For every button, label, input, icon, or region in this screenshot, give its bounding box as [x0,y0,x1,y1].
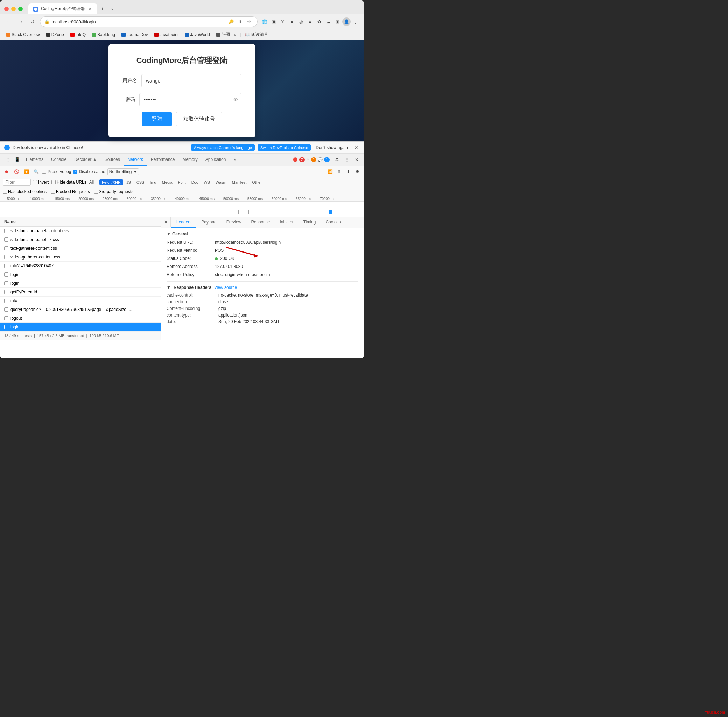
hide-data-urls-checkbox[interactable] [52,180,56,184]
back-button[interactable]: ← [4,17,13,26]
inspect-element-button[interactable]: ⬚ [3,155,12,165]
filter-input[interactable] [3,179,31,186]
file-checkbox-2[interactable] [4,246,8,250]
file-item-1[interactable]: side-function-panel-fix.css [0,235,161,244]
filter-type-media[interactable]: Media [160,179,175,185]
tab-application[interactable]: Application [202,154,229,166]
switch-chinese-button[interactable]: Switch DevTools to Chinese [258,145,311,151]
ext-heart-icon[interactable]: ♠ [306,17,314,26]
has-blocked-cookies-row[interactable]: Has blocked cookies [3,189,47,194]
share-icon[interactable]: ⬆ [236,18,244,26]
tab-sources[interactable]: Sources [101,154,124,166]
details-tab-initiator[interactable]: Initiator [275,217,298,228]
filter-type-css[interactable]: CSS [134,179,147,185]
tab-more[interactable]: » [230,154,239,166]
bookmarks-more[interactable]: » [234,32,237,37]
bookmark-dotu[interactable]: 斗图 [214,31,232,38]
devtools-more-button[interactable]: ⋮ [342,155,352,165]
bookmark-star-icon[interactable]: ☆ [245,18,253,26]
file-item-6[interactable]: login [0,279,161,288]
details-tab-headers[interactable]: Headers [171,217,196,228]
password-manager-icon[interactable]: 🔑 [227,18,235,26]
filter-type-img[interactable]: Img [147,179,159,185]
address-bar[interactable]: 🔒 localhost:8080/#/login 🔑 ⬆ ☆ [40,17,258,27]
file-checkbox-4[interactable] [4,264,8,268]
tab-network[interactable]: Network [124,154,147,166]
tab-performance[interactable]: Performance [147,154,179,166]
filter-network-button[interactable]: 🔽 [22,168,30,175]
details-close-button[interactable]: ✕ [161,217,171,227]
ext-avatar-icon[interactable]: 👤 [342,17,351,26]
username-input[interactable] [141,74,242,87]
file-item-2[interactable]: text-gatherer-content.css [0,244,161,253]
filter-type-ws[interactable]: WS [201,179,213,185]
bookmark-stackoverflow[interactable]: Stack Overflow [4,32,42,38]
details-tab-response[interactable]: Response [246,217,275,228]
file-checkbox-1[interactable] [4,238,8,242]
bookmark-javatpoint[interactable]: Javatpoint [152,32,181,38]
file-checkbox-3[interactable] [4,255,8,259]
bookmark-infoq[interactable]: InfoQ [68,32,88,38]
password-toggle-icon[interactable]: 👁 [233,97,238,102]
has-blocked-cookies-checkbox[interactable] [3,189,7,194]
invert-checkbox-row[interactable]: Invert [33,180,49,185]
new-tab-button[interactable]: + [97,4,107,14]
file-checkbox-5[interactable] [4,273,8,277]
file-checkbox-9[interactable] [4,307,8,312]
wifi-icon[interactable]: 📶 [326,168,334,175]
invert-checkbox[interactable] [33,180,37,184]
traffic-light-close[interactable] [4,7,9,11]
file-checkbox-8[interactable] [4,299,8,303]
bookmark-javaworld[interactable]: JavaWorld [183,32,212,38]
blocked-requests-row[interactable]: Blocked Requests [51,189,90,194]
login-button[interactable]: 登陆 [142,112,172,126]
blocked-requests-checkbox[interactable] [51,189,55,194]
filter-type-js[interactable]: JS [124,179,133,185]
tab-recorder[interactable]: Recorder ▲ [71,154,101,166]
traffic-light-minimize[interactable] [11,7,16,11]
bookmark-reading-list[interactable]: 📖阅读清单 [243,31,270,38]
tab-memory[interactable]: Memory [179,154,201,166]
third-party-checkbox[interactable] [94,189,98,194]
file-item-11-selected[interactable]: login [0,323,161,331]
ext-puzzle-icon[interactable]: ⊞ [333,17,342,26]
file-checkbox-6[interactable] [4,281,8,285]
ext-screenshot-icon[interactable]: ▣ [269,17,278,26]
ext-cloud-icon[interactable]: ☁ [324,17,332,26]
clear-network-button[interactable]: 🚫 [12,168,20,175]
details-tab-timing[interactable]: Timing [298,217,321,228]
file-item-5[interactable]: login [0,270,161,279]
ext-youdao-icon[interactable]: Y [278,17,287,26]
refresh-button[interactable]: ↺ [28,17,37,26]
view-source-link[interactable]: View source [214,285,237,290]
file-item-0[interactable]: side-function-panel-content.css [0,227,161,235]
disable-cache-checkbox[interactable]: ✓ [73,169,77,174]
filter-type-fetch-xhr[interactable]: Fetch/XHR [99,179,123,185]
file-checkbox-7[interactable] [4,290,8,294]
file-checkbox-0[interactable] [4,229,8,233]
throttling-select[interactable]: No throttling ▼ [107,168,139,175]
browser-menu-button[interactable]: ⋮ [352,17,360,26]
tab-close-button[interactable]: ✕ [87,7,92,12]
file-item-8[interactable]: info [0,297,161,305]
filter-type-wasm[interactable]: Wasm [213,179,229,185]
filter-type-font[interactable]: Font [176,179,188,185]
bookmark-baeldung[interactable]: Baeldung [90,32,117,38]
network-settings-icon[interactable]: ⚙ [353,168,361,175]
search-network-button[interactable]: 🔍 [32,168,40,175]
filter-type-manifest[interactable]: Manifest [229,179,249,185]
details-tab-preview[interactable]: Preview [222,217,246,228]
browser-tab-active[interactable]: ⬤ CodingMore后台管理端 ✕ [28,3,97,14]
details-tab-cookies[interactable]: Cookies [321,217,346,228]
filter-type-doc[interactable]: Doc [189,179,201,185]
file-checkbox-10[interactable] [4,316,8,320]
forward-button[interactable]: → [16,17,25,26]
third-party-row[interactable]: 3rd-party requests [94,189,133,194]
upload-icon[interactable]: ⬆ [335,168,343,175]
file-item-7[interactable]: getPyParentId [0,288,161,297]
bookmark-dzone[interactable]: DZone [44,32,66,38]
settings-icon[interactable]: ⚙ [332,155,342,165]
record-network-button[interactable]: ⏺ [3,168,11,175]
dont-show-again-button[interactable]: Don't show again [314,144,350,151]
preserve-log-checkbox[interactable] [42,169,46,174]
